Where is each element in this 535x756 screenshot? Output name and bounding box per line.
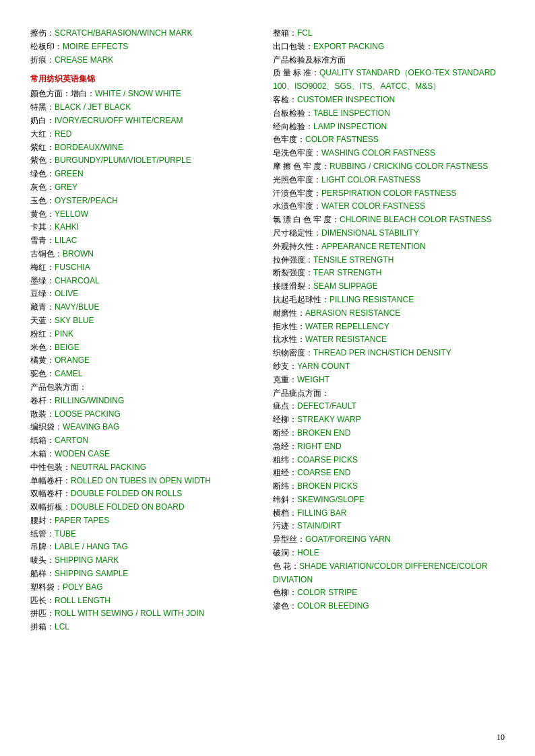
en-text: CHARCOAL bbox=[55, 276, 100, 285]
list-item: 色柳：COLOR STRIPE bbox=[273, 586, 505, 600]
list-item: 织物密度：THREAD PER INCH/STICH DENSITY bbox=[273, 347, 505, 360]
cn-text: 折痕： bbox=[30, 55, 55, 65]
cn-text: 皂洗色牢度： bbox=[273, 148, 321, 158]
en-text: WEIGHT bbox=[297, 375, 329, 384]
list-item: 经柳：STREAKY WARP bbox=[273, 413, 505, 427]
en-text: BROKEN END bbox=[297, 428, 350, 438]
cn-text: 接缝滑裂： bbox=[273, 281, 313, 291]
list-item: 水渍色牢度：WATER COLOR FASTNESS bbox=[273, 200, 505, 213]
cn-text: 外观持久性： bbox=[273, 242, 321, 251]
cn-text: 光照色牢度： bbox=[273, 175, 321, 184]
cn-text: 纱支： bbox=[273, 362, 297, 371]
cn-text: 匹长： bbox=[30, 596, 55, 605]
list-item: 质 量 标 准：QUALITY STANDARD（OEKO-TEX STANDA… bbox=[273, 67, 505, 94]
list-item: 疵点：DEFECT/FAULT bbox=[273, 400, 505, 413]
en-text: WATER REPELLENCY bbox=[305, 322, 389, 331]
cn-text: 纸箱： bbox=[30, 436, 55, 445]
list-item: 破洞：HOLE bbox=[273, 547, 505, 560]
cn-text: 粗纬： bbox=[273, 455, 297, 465]
list-item: 拒水性：WATER REPELLENCY bbox=[273, 320, 505, 334]
cn-text: 耐磨性： bbox=[273, 308, 305, 318]
en-text: GOAT/FOREING YARN bbox=[305, 535, 391, 544]
en-text: NEUTRAL PACKING bbox=[71, 462, 146, 472]
en-text: CARTON bbox=[55, 436, 88, 445]
cn-text: 断纬： bbox=[273, 481, 297, 491]
list-item: 渗色：COLOR BLEEDING bbox=[273, 600, 505, 613]
cn-text: 经向检验： bbox=[273, 122, 313, 131]
en-text: SCRATCH/BARASION/WINCH MARK bbox=[55, 28, 192, 38]
cn-text: 氯 漂 白 色 牢 度： bbox=[273, 215, 340, 224]
cn-text: 断经： bbox=[273, 428, 297, 438]
en-text: LABLE / HANG TAG bbox=[55, 542, 128, 551]
cn-text: 拉伸强度： bbox=[273, 255, 313, 265]
list-item: 拉伸强度：TENSILE STRENGTH bbox=[273, 254, 505, 267]
cn-text: 异型丝： bbox=[273, 535, 305, 544]
list-item: 梅红：FUSCHIA bbox=[30, 261, 259, 275]
en-text: PAPER TAPES bbox=[55, 516, 109, 525]
cn-text: 粗经： bbox=[273, 468, 297, 477]
en-text: STAIN/DIRT bbox=[297, 521, 342, 530]
list-item: 紫红：BORDEAUX/WINE bbox=[30, 141, 259, 155]
list-item: 藏青：NAVY/BLUE bbox=[30, 301, 259, 314]
en-text: STREAKY WARP bbox=[297, 415, 361, 424]
cn-text: 橘黄： bbox=[30, 355, 55, 365]
list-item: 克重：WEIGHT bbox=[273, 374, 505, 387]
list-item: 色牢度：COLOR FASTNESS bbox=[273, 133, 505, 147]
cn-text: 色柳： bbox=[273, 588, 297, 597]
en-text: SHIPPING SAMPLE bbox=[55, 569, 128, 578]
cn-text: 摩 擦 色 牢 度： bbox=[273, 162, 329, 171]
list-item: 双幅折板：DOUBLE FOLDED ON BOARD bbox=[30, 501, 259, 514]
en-text: COLOR FASTNESS bbox=[305, 135, 379, 144]
list-item: 经向检验：LAMP INSPECTION bbox=[273, 121, 505, 134]
en-text: BROKEN PICKS bbox=[297, 481, 358, 491]
cn-text: 双幅卷杆： bbox=[30, 489, 71, 498]
cn-text: 卷杆： bbox=[30, 396, 55, 405]
list-item: 双幅卷杆：DOUBLE FOLDED ON ROLLS bbox=[30, 487, 259, 501]
en-text: CUSTOMER INSPECTION bbox=[297, 95, 395, 104]
cn-text: 卡其： bbox=[30, 222, 55, 232]
cn-text: 汗渍色牢度： bbox=[273, 188, 321, 198]
right-column: 整箱：FCL出口包装：EXPORT PACKING产品检验及标准方面质 量 标 … bbox=[273, 27, 505, 634]
en-text: FILLING BAR bbox=[297, 508, 346, 518]
list-item: 卡其：KAHKI bbox=[30, 221, 259, 234]
cn-text: 急经： bbox=[273, 442, 297, 451]
cn-text: 擦伤： bbox=[30, 28, 55, 38]
en-text: GREY bbox=[55, 182, 77, 192]
list-item: 中性包装：NEUTRAL PACKING bbox=[30, 461, 259, 475]
en-text: KAHKI bbox=[55, 222, 79, 232]
en-text: LIGHT COLOR FASTNESS bbox=[321, 175, 420, 184]
cn-text: 色 花： bbox=[273, 561, 299, 571]
list-item: 船样：SHIPPING SAMPLE bbox=[30, 568, 259, 581]
en-text: TABLE INSPECTION bbox=[313, 108, 390, 118]
list-item: 接缝滑裂：SEAM SLIPPAGE bbox=[273, 280, 505, 294]
list-item: 驼色：CAMEL bbox=[30, 368, 259, 381]
en-text: YELLOW bbox=[55, 209, 88, 219]
list-item: 光照色牢度：LIGHT COLOR FASTNESS bbox=[273, 174, 505, 187]
cn-text: 出口包装： bbox=[273, 42, 313, 51]
cn-text: 松板印： bbox=[30, 42, 63, 51]
cn-text: 紫色： bbox=[30, 156, 55, 165]
en-text: WEAVING BAG bbox=[63, 422, 119, 432]
list-item: 天蓝：SKY BLUE bbox=[30, 314, 259, 328]
list-item: 玉色：OYSTER/PEACH bbox=[30, 195, 259, 208]
en-text: CAMEL bbox=[55, 369, 82, 378]
cn-text: 产品检验及标准方面 bbox=[273, 55, 346, 65]
list-item: 松板印：MOIRE EFFECTS bbox=[30, 40, 259, 54]
page-number: 10 bbox=[497, 732, 505, 743]
en-text: TUBE bbox=[55, 529, 76, 539]
en-text: PINK bbox=[55, 329, 73, 339]
list-item: 整箱：FCL bbox=[273, 27, 505, 40]
en-text: PILLING RESISTANCE bbox=[329, 295, 414, 304]
list-item: 纬斜：SKEWING/SLOPE bbox=[273, 493, 505, 507]
list-item: 出口包装：EXPORT PACKING bbox=[273, 40, 505, 54]
list-item: 木箱：WODEN CASE bbox=[30, 448, 259, 461]
list-item: 单幅卷杆：ROLLED ON TUBES IN OPEN WIDTH bbox=[30, 475, 259, 488]
en-text: SKY BLUE bbox=[55, 316, 94, 325]
en-text: FUSCHIA bbox=[55, 263, 90, 272]
en-text: WASHING COLOR FASTNESS bbox=[321, 148, 435, 158]
cn-text: 木箱： bbox=[30, 449, 55, 458]
cn-text: 唛头： bbox=[30, 555, 55, 565]
en-text: COARSE PICKS bbox=[297, 455, 358, 465]
list-item: 橘黄：ORANGE bbox=[30, 354, 259, 368]
list-item: 污迹：STAIN/DIRT bbox=[273, 520, 505, 533]
